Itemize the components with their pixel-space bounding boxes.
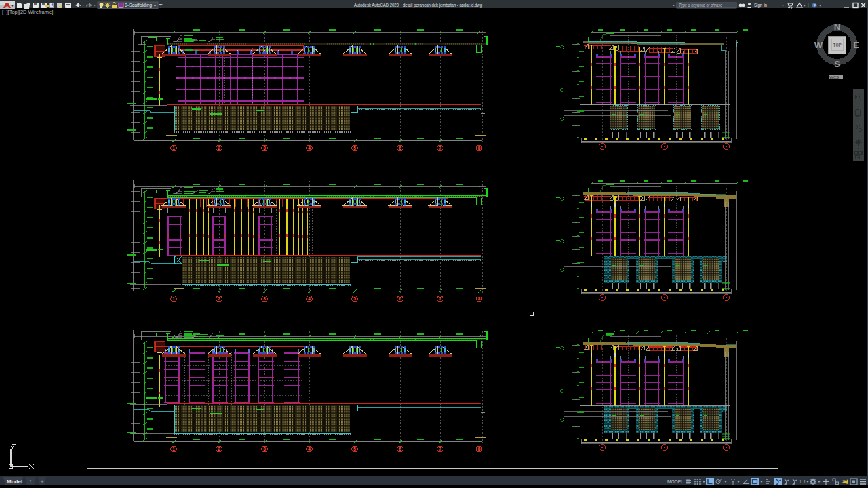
svg-text:2: 2 (218, 296, 220, 301)
svg-text:7: 7 (439, 146, 441, 150)
svg-text:3: 3 (263, 296, 266, 301)
svg-text:8: 8 (478, 296, 481, 301)
svg-text:Autodesk AutoCAD 2020: Autodesk AutoCAD 2020 (354, 3, 399, 7)
svg-text:7: 7 (439, 296, 441, 301)
svg-text:?: ? (813, 3, 816, 9)
svg-text:WCS: WCS (829, 75, 839, 79)
svg-text:Model: Model (7, 479, 22, 485)
svg-text:N: N (834, 22, 840, 32)
svg-text:1:1: 1:1 (799, 479, 806, 485)
svg-text:6: 6 (399, 146, 401, 150)
svg-text:1: 1 (172, 447, 175, 451)
svg-text:1: 1 (172, 296, 175, 301)
svg-text:3: 3 (263, 447, 266, 451)
svg-text:1: 1 (172, 146, 175, 150)
svg-text:5: 5 (353, 447, 356, 451)
svg-text:7: 7 (439, 447, 441, 451)
svg-text:5: 5 (353, 146, 356, 150)
svg-text:S: S (834, 59, 840, 69)
svg-text:2: 2 (218, 447, 220, 451)
svg-text:4: 4 (308, 146, 311, 150)
svg-text:0-Scaffolding: 0-Scaffolding (125, 2, 152, 8)
svg-text:4: 4 (308, 447, 311, 451)
svg-text:6: 6 (399, 447, 401, 451)
svg-text:TOP: TOP (833, 43, 842, 48)
svg-text:6: 6 (399, 296, 401, 301)
svg-text:Type a keyword or phrase: Type a keyword or phrase (679, 3, 722, 8)
svg-text:4: 4 (308, 296, 311, 301)
svg-text:E: E (853, 40, 859, 50)
svg-text:detail perancah dek jembatan -: detail perancah dek jembatan - asdar.id.… (403, 3, 482, 8)
svg-text:+: + (41, 479, 44, 485)
svg-text:W: W (814, 40, 823, 50)
svg-text:1: 1 (29, 479, 33, 485)
svg-text:8: 8 (478, 447, 481, 451)
svg-text:Sign In: Sign In (754, 3, 767, 8)
svg-text:2: 2 (218, 146, 220, 150)
svg-text:3: 3 (263, 146, 266, 150)
svg-text:8: 8 (478, 146, 481, 150)
svg-text:MODEL: MODEL (667, 479, 684, 485)
svg-text:5: 5 (353, 296, 356, 301)
